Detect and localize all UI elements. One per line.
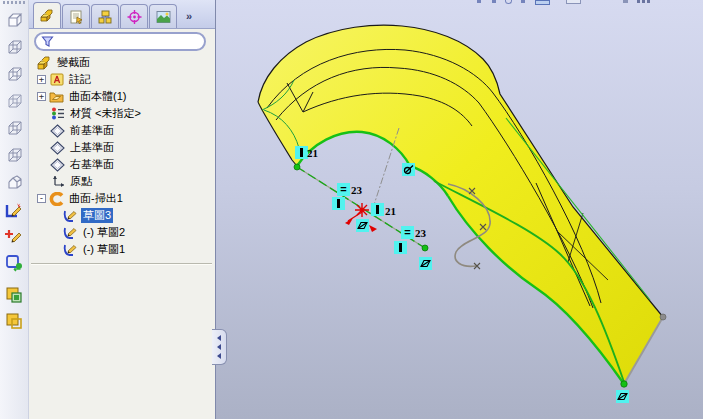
dimxpertmanager-icon <box>126 9 143 25</box>
tree-item-surface-bodies[interactable]: + 曲面本體(1) <box>29 88 215 105</box>
tree-item-top-plane[interactable]: 上基準面 <box>29 139 215 156</box>
view-rounded-cube-icon[interactable] <box>3 172 25 194</box>
tree-item-label: 右基準面 <box>68 157 116 172</box>
dimension-value[interactable]: 23 <box>351 184 362 196</box>
tree-item-surface-sweep[interactable]: - 曲面-掃出1 <box>29 190 215 207</box>
tangent-relation-icon[interactable] <box>402 163 415 176</box>
sketch-icon <box>63 226 78 240</box>
tab-displaymanager[interactable] <box>149 4 177 28</box>
equal-relation-icon[interactable]: = <box>401 226 414 239</box>
tree-item-label: 上基準面 <box>68 140 116 155</box>
surface-sweep-icon <box>49 192 64 206</box>
tree-filter-input[interactable] <box>34 32 206 51</box>
view-cube-5-icon[interactable] <box>3 118 25 140</box>
collapse-arrow-icon <box>217 335 221 341</box>
material-icon <box>50 107 65 121</box>
plane-icon <box>50 141 65 155</box>
tree-item-label: 材質 <未指定> <box>68 106 143 121</box>
feature-tree: 變截面 + 註記 + 曲面本體(1) 材質 <未指定> <box>29 54 215 258</box>
view-cube-6-icon[interactable] <box>3 145 25 167</box>
surface-tool-1-icon[interactable] <box>3 284 25 306</box>
tree-item-origin[interactable]: 原點 <box>29 173 215 190</box>
surface-tool-2-icon[interactable] <box>3 310 25 332</box>
view-cube-3-icon[interactable] <box>3 64 25 86</box>
pierce-relation-icon[interactable] <box>616 390 629 403</box>
expand-toggle[interactable]: + <box>37 75 46 84</box>
panel-divider <box>31 263 212 265</box>
convert-entities-tool-icon[interactable] <box>3 252 25 274</box>
view-toolbar <box>0 0 29 419</box>
tree-item-sketch1[interactable]: (-) 草圖1 <box>29 241 215 258</box>
view-cube-2-icon[interactable] <box>3 37 25 59</box>
surface-body[interactable] <box>258 25 663 384</box>
sketch-point[interactable] <box>294 164 300 170</box>
tab-dimxpertmanager[interactable] <box>120 4 148 28</box>
surface-folder-icon <box>49 90 64 104</box>
dimension-value[interactable]: 21 <box>307 147 318 159</box>
tab-configurationmanager[interactable] <box>91 4 119 28</box>
dimension-value[interactable]: 23 <box>415 227 426 239</box>
panel-collapse-handle[interactable] <box>212 329 227 365</box>
plane-icon <box>50 124 65 138</box>
tree-item-label: 原點 <box>68 174 94 189</box>
origin-icon <box>50 175 65 189</box>
sketch-icon <box>63 209 78 223</box>
red-arrowhead <box>345 218 353 225</box>
panel-tabs: » <box>29 0 215 29</box>
featuremanager-icon <box>39 8 56 24</box>
vertical-relation-icon[interactable] <box>394 241 407 254</box>
sketch-point[interactable] <box>621 381 627 387</box>
tab-propertymanager[interactable] <box>62 4 90 28</box>
configurationmanager-icon <box>97 9 114 25</box>
tree-item-right-plane[interactable]: 右基準面 <box>29 156 215 173</box>
sketch-icon <box>63 243 78 257</box>
tree-item-material[interactable]: 材質 <未指定> <box>29 105 215 122</box>
collapse-arrow-icon <box>217 353 221 359</box>
tree-item-label: 註記 <box>67 72 93 87</box>
toolbar-drag-handle[interactable] <box>3 1 25 4</box>
tree-item-annotations[interactable]: + 註記 <box>29 71 215 88</box>
tree-item-label: (-) 草圖2 <box>81 225 127 240</box>
red-arrowhead <box>369 225 377 232</box>
graphics-viewport[interactable]: 21 = 23 21 = 23 <box>216 0 703 419</box>
tree-item-label: 曲面-掃出1 <box>67 191 125 206</box>
tree-item-label: 曲面本體(1) <box>67 89 128 104</box>
tree-item-label: 前基準面 <box>68 123 116 138</box>
vertical-relation-icon[interactable] <box>332 197 345 210</box>
tree-item-sketch2[interactable]: (-) 草圖2 <box>29 224 215 241</box>
point-sketch-tool-icon[interactable] <box>3 226 25 248</box>
annotations-icon <box>49 73 64 87</box>
tabs-overflow-chevron[interactable]: » <box>186 10 192 22</box>
tab-featuremanager[interactable] <box>33 2 61 28</box>
view-cube-1-icon[interactable] <box>3 10 25 32</box>
tree-item-part[interactable]: 變截面 <box>29 54 215 71</box>
solidworks-window: » 變截面 + 註記 + <box>0 0 703 419</box>
equal-relation-icon[interactable]: = <box>337 183 350 196</box>
tree-item-label: (-) 草圖1 <box>81 242 127 257</box>
pierce-relation-icon[interactable] <box>356 219 369 232</box>
part-icon <box>37 56 52 70</box>
expand-toggle[interactable]: - <box>37 194 46 203</box>
collapse-arrow-icon <box>217 344 221 350</box>
tree-item-label-selected: 草圖3 <box>81 208 113 223</box>
swept-surface-model[interactable] <box>216 0 703 419</box>
sketch-tool-icon[interactable] <box>3 200 25 222</box>
tree-item-label: 變截面 <box>55 55 92 70</box>
dimension-value[interactable]: 21 <box>385 205 396 217</box>
tree-item-front-plane[interactable]: 前基準面 <box>29 122 215 139</box>
sketch-point[interactable] <box>422 245 428 251</box>
funnel-filter-icon <box>41 35 54 48</box>
tree-item-sketch3[interactable]: 草圖3 <box>29 207 215 224</box>
displaymanager-icon <box>155 9 172 25</box>
vertex-point[interactable] <box>660 314 666 320</box>
pierce-relation-icon[interactable] <box>419 257 432 270</box>
vertical-relation-icon[interactable] <box>371 203 384 216</box>
expand-toggle[interactable]: + <box>37 92 46 101</box>
view-cube-4-icon[interactable] <box>3 91 25 113</box>
propertymanager-icon <box>68 9 85 25</box>
plane-icon <box>50 158 65 172</box>
featuremanager-panel: » 變截面 + 註記 + <box>29 0 216 419</box>
